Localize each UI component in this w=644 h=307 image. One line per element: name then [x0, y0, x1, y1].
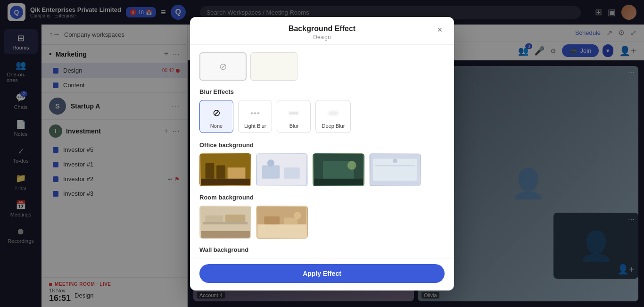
- modal-backdrop: Background Effect Design × ⊘ Blur Effect…: [0, 0, 644, 307]
- office-bg-1-thumb[interactable]: [199, 153, 251, 186]
- modal-title: Background Effect: [199, 25, 445, 33]
- none-thumb-icon: ⊘: [219, 61, 227, 72]
- svg-rect-21: [201, 231, 250, 237]
- room-bg-2-svg: [257, 207, 307, 238]
- office-backgrounds-grid: [199, 153, 445, 186]
- blur-option-none[interactable]: ⊘ None: [199, 100, 233, 133]
- blur-effects-row: ⊘ None ⋯ Light Blur ⋯ Blur ⋯ Deep Blur: [199, 100, 445, 133]
- preview-thumb-current[interactable]: [250, 52, 297, 81]
- office-bg-1-svg: [200, 154, 250, 185]
- room-bg-2-thumb[interactable]: [256, 206, 308, 239]
- blur-option-light[interactable]: ⋯ Light Blur: [238, 100, 272, 133]
- blur-none-label: None: [210, 123, 223, 129]
- blur-medium-label: Blur: [289, 123, 299, 129]
- svg-rect-4: [201, 178, 250, 185]
- svg-rect-24: [264, 216, 280, 224]
- svg-rect-20: [225, 214, 245, 222]
- svg-rect-3: [228, 167, 246, 179]
- svg-rect-6: [262, 165, 280, 178]
- svg-rect-19: [206, 215, 223, 222]
- blur-medium-icon: ⋯: [285, 104, 302, 121]
- svg-point-11: [347, 161, 356, 170]
- preview-thumb-none[interactable]: ⊘: [199, 52, 247, 81]
- office-bg-2-thumb[interactable]: [256, 153, 308, 186]
- background-effect-modal: Background Effect Design × ⊘ Blur Effect…: [190, 17, 454, 290]
- svg-rect-25: [284, 217, 297, 224]
- room-section-label: Room background: [199, 194, 445, 201]
- blur-deep-icon: ⋯: [325, 104, 342, 121]
- svg-rect-12: [314, 178, 363, 185]
- office-bg-4-thumb[interactable]: [369, 153, 421, 186]
- close-icon: ×: [438, 25, 443, 35]
- modal-body: ⊘ Blur Effects ⊘ None ⋯ Light Blur ⋯ Blu…: [190, 45, 454, 258]
- room-bg-1-thumb[interactable]: [199, 206, 251, 239]
- office-bg-2-svg: [257, 154, 307, 185]
- blur-option-blur[interactable]: ⋯ Blur: [277, 100, 311, 133]
- modal-header: Background Effect Design ×: [190, 17, 454, 45]
- modal-footer: Apply Effect: [190, 258, 454, 290]
- svg-rect-18: [203, 222, 248, 224]
- svg-rect-16: [375, 165, 415, 166]
- blur-none-icon: ⊘: [208, 104, 225, 121]
- modal-subtitle: Design: [199, 34, 445, 41]
- office-section-label: Office background: [199, 141, 445, 149]
- room-backgrounds-grid: [199, 206, 445, 239]
- blur-option-deep[interactable]: ⋯ Deep Blur: [315, 100, 351, 133]
- svg-point-26: [294, 212, 301, 219]
- blur-deep-label: Deep Blur: [322, 123, 345, 129]
- office-bg-4-svg: [370, 154, 420, 185]
- office-bg-3-svg: [314, 154, 363, 185]
- svg-point-15: [393, 158, 397, 163]
- svg-point-8: [267, 159, 274, 166]
- apply-effect-button[interactable]: Apply Effect: [199, 264, 445, 283]
- svg-rect-7: [284, 167, 300, 179]
- office-bg-3-thumb[interactable]: [313, 153, 364, 186]
- preview-strip: ⊘: [199, 52, 445, 81]
- blur-light-label: Light Blur: [244, 123, 266, 129]
- svg-rect-2: [216, 165, 225, 178]
- svg-rect-1: [206, 163, 215, 178]
- wall-section-label: Wall background: [199, 246, 445, 253]
- modal-close-button[interactable]: ×: [433, 24, 446, 37]
- svg-rect-23: [257, 224, 306, 237]
- room-bg-1-svg: [200, 207, 250, 238]
- blur-section-label: Blur Effects: [199, 88, 445, 95]
- blur-light-icon: ⋯: [247, 104, 264, 121]
